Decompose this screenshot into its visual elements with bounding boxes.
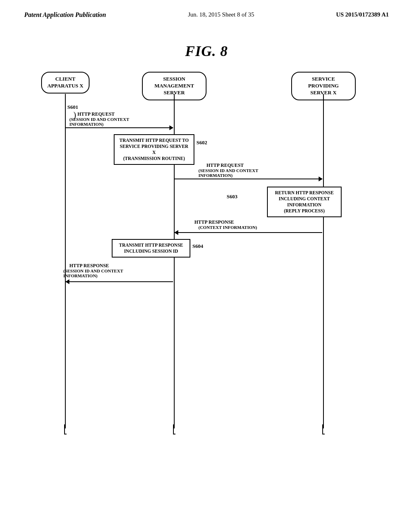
figure-title: FIG. 8 bbox=[0, 43, 413, 60]
http-request-1-sub: (SESSION ID AND CONTEXTINFORMATION) bbox=[69, 117, 129, 127]
patent-number: US 2015/0172389 A1 bbox=[336, 11, 389, 18]
http-request-2-label: HTTP REQUEST bbox=[206, 162, 244, 168]
page-header: Patent Application Publication Jun. 18, … bbox=[0, 0, 413, 19]
client-lifeline bbox=[65, 94, 66, 428]
service-lifeline bbox=[323, 94, 324, 428]
arrow-session-to-service bbox=[175, 179, 322, 179]
publication-label: Patent Application Publication bbox=[24, 11, 106, 19]
session-lifeline-bottom-tick bbox=[173, 424, 175, 434]
diagram: CLIENTAPPARATUS X SESSION MANAGEMENTSERV… bbox=[33, 72, 380, 434]
http-request-1-label: HTTP REQUEST bbox=[77, 111, 115, 117]
return-response-box: RETURN HTTP RESPONSEINCLUDING CONTEXTINF… bbox=[267, 187, 342, 217]
arrow-session-to-client bbox=[66, 281, 173, 282]
http-response-1-label: HTTP RESPONSE bbox=[194, 219, 234, 225]
step-s601-label: S601 bbox=[67, 104, 78, 110]
http-response-2-sub: (SESSION ID AND CONTEXTINFORMATION) bbox=[63, 268, 123, 278]
client-lifeline-bottom-tick bbox=[64, 424, 67, 434]
transmit-response-box: TRANSMIT HTTP RESPONSEINCLUDING SESSION … bbox=[112, 239, 190, 258]
arrow-client-to-session bbox=[66, 127, 173, 128]
http-response-1-sub: (CONTEXT INFORMATION) bbox=[198, 225, 257, 230]
http-request-2-sub: (SESSION ID AND CONTEXTINFORMATION) bbox=[198, 168, 258, 178]
step-s602-label: S602 bbox=[196, 139, 207, 146]
service-lifeline-bottom-tick bbox=[322, 424, 325, 434]
arrow-service-to-session bbox=[175, 232, 322, 233]
http-response-2-label: HTTP RESPONSE bbox=[69, 263, 109, 269]
sheet-info: Jun. 18, 2015 Sheet 8 of 35 bbox=[188, 11, 254, 18]
client-apparatus-box: CLIENTAPPARATUS X bbox=[41, 72, 90, 94]
step-s604-label: S604 bbox=[192, 243, 203, 249]
transmit-request-box: TRANSMIT HTTP REQUEST TOSERVICE PROVIDIN… bbox=[114, 134, 194, 165]
step-s603-label: S603 bbox=[227, 193, 238, 200]
